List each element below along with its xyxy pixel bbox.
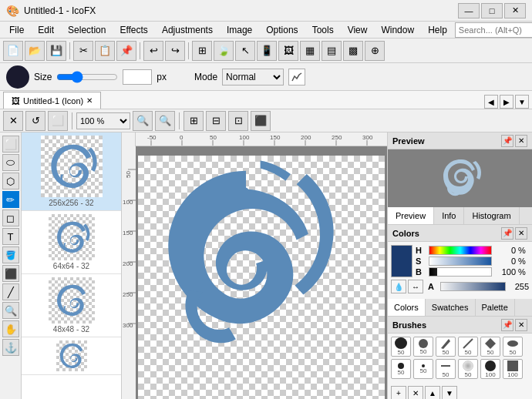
tool-magic[interactable]: ⬡ (2, 173, 19, 189)
menu-tools[interactable]: Tools (306, 23, 340, 37)
tool-marquee[interactable]: ⬜ (2, 136, 19, 153)
image-button[interactable]: 🖼 (278, 41, 298, 61)
brushes-pin-button[interactable]: 📌 (501, 319, 513, 331)
brush-add-button[interactable]: + (391, 386, 406, 399)
brush-12[interactable]: 100 (503, 359, 523, 379)
tool-lasso[interactable]: ⬭ (2, 154, 19, 171)
brush-1[interactable]: 50 (391, 337, 411, 357)
brushes-close-button[interactable]: ✕ (515, 319, 527, 331)
main-tab[interactable]: 🖼 Untitled-1 (Icon) ✕ (3, 92, 101, 109)
size-slider[interactable] (56, 71, 118, 83)
brush-10[interactable]: 50 (458, 359, 478, 379)
brush-11[interactable]: 100 (480, 359, 500, 379)
main-color-swatch[interactable] (391, 245, 412, 277)
tool-shape[interactable]: ⬛ (2, 265, 19, 282)
brush-6[interactable]: 50 (503, 337, 523, 357)
search-input[interactable] (455, 22, 532, 38)
tab-next-button[interactable]: ▶ (500, 95, 513, 109)
select-all-button[interactable]: ⬜ (48, 111, 68, 131)
tool-text[interactable]: T (2, 228, 19, 245)
mode-icon-button[interactable] (288, 69, 305, 86)
invert-button[interactable]: ↔ (408, 280, 423, 293)
tool-brush[interactable]: ✏ (2, 191, 19, 208)
ctab-palette[interactable]: Palette (476, 299, 515, 316)
close-button[interactable]: ✕ (504, 3, 526, 18)
redo-button[interactable]: ↪ (165, 41, 185, 61)
menu-adjustments[interactable]: Adjustments (156, 23, 219, 37)
icon-item-48[interactable]: 48x48 - 32 (22, 274, 121, 337)
brush-delete-button[interactable]: ✕ (408, 386, 423, 399)
brush-7[interactable]: 50 (391, 359, 411, 379)
tab-close-button[interactable]: ✕ (86, 96, 93, 105)
preview-pin-button[interactable]: 📌 (501, 135, 513, 147)
ptab-preview[interactable]: Preview (388, 207, 434, 224)
menu-effects[interactable]: Effects (113, 23, 153, 37)
brush-8[interactable]: 50 (413, 359, 433, 379)
menu-image[interactable]: Image (221, 23, 258, 37)
arrange-button[interactable]: ⬛ (251, 111, 271, 131)
grid-button[interactable]: ⊞ (192, 41, 212, 61)
tool-zoom[interactable]: 🔍 (2, 302, 19, 319)
menu-options[interactable]: Options (260, 23, 304, 37)
eyedropper-button[interactable]: 💧 (391, 280, 406, 293)
pattern-button[interactable]: ▦ (300, 41, 320, 61)
menu-file[interactable]: File (3, 23, 30, 37)
tool-eraser[interactable]: ◻ (2, 210, 19, 226)
h-bar-container[interactable] (429, 246, 492, 255)
undo-button[interactable]: ↩ (143, 41, 163, 61)
ptab-histogram[interactable]: Histogram (464, 207, 519, 224)
ctab-colors[interactable]: Colors (388, 299, 426, 316)
reset-button[interactable]: ↺ (25, 111, 45, 131)
colors-pin-button[interactable]: 📌 (501, 227, 513, 240)
ctab-swatches[interactable]: Swatches (426, 299, 476, 316)
tool-anchor[interactable]: ⚓ (2, 339, 19, 356)
leaf-button[interactable]: 🍃 (214, 41, 234, 61)
brush-2[interactable]: 50 (413, 337, 433, 357)
s-bar-container[interactable] (429, 256, 492, 266)
brush-9[interactable]: 50 (436, 359, 456, 379)
icon-item-64[interactable]: 64x64 - 32 (22, 211, 121, 274)
open-button[interactable]: 📂 (25, 41, 45, 61)
brush-5[interactable]: 50 (480, 337, 500, 357)
phone-button[interactable]: 📱 (257, 41, 277, 61)
copy-button[interactable]: 📋 (95, 41, 115, 61)
menu-selection[interactable]: Selection (62, 23, 112, 37)
minimize-button[interactable]: — (458, 3, 480, 18)
b-bar-container[interactable] (429, 267, 492, 277)
new-button[interactable]: 📄 (3, 41, 23, 61)
tool-line[interactable]: ╱ (2, 283, 19, 300)
layers-button[interactable]: ⊕ (365, 41, 385, 61)
crosshair-button[interactable]: ✕ (3, 111, 23, 131)
ptab-info[interactable]: Info (434, 207, 464, 224)
icon-item-256[interactable]: 256x256 - 32 (22, 132, 121, 211)
cut-button[interactable]: ✂ (73, 41, 93, 61)
save-button[interactable]: 💾 (46, 41, 66, 61)
tool-paint[interactable]: 🪣 (2, 246, 19, 263)
menu-view[interactable]: View (342, 23, 374, 37)
size-input[interactable]: 60 (123, 69, 152, 85)
icon-item-32[interactable] (22, 337, 121, 375)
brush-3[interactable]: 50 (436, 337, 456, 357)
brush-down-button[interactable]: ▼ (442, 386, 457, 399)
fit-button[interactable]: ⊡ (228, 111, 248, 131)
preview-close-button[interactable]: ✕ (515, 135, 527, 147)
a-bar-container[interactable] (440, 282, 506, 291)
cursor-button[interactable]: ↖ (235, 41, 255, 61)
maximize-button[interactable]: □ (481, 3, 503, 18)
zoom-select[interactable]: 100 % 200 % 50 % (76, 112, 130, 129)
menu-help[interactable]: Help (422, 23, 453, 37)
menu-window[interactable]: Window (375, 23, 420, 37)
zoom-out-button[interactable]: 🔍 (133, 111, 153, 131)
tab-prev-button[interactable]: ◀ (484, 95, 498, 109)
tool-hand[interactable]: ✋ (2, 320, 19, 337)
pattern3-button[interactable]: ▩ (343, 41, 363, 61)
grid-view2-button[interactable]: ⊟ (206, 111, 226, 131)
mode-select[interactable]: Normal Multiply Screen Overlay (222, 69, 284, 86)
pattern2-button[interactable]: ▤ (322, 41, 342, 61)
paste-button[interactable]: 📌 (116, 41, 136, 61)
grid-view-button[interactable]: ⊞ (184, 111, 204, 131)
menu-edit[interactable]: Edit (32, 23, 60, 37)
zoom-in-button[interactable]: 🔍 (155, 111, 175, 131)
canvas-content[interactable] (136, 146, 387, 399)
colors-close-button[interactable]: ✕ (515, 227, 527, 240)
